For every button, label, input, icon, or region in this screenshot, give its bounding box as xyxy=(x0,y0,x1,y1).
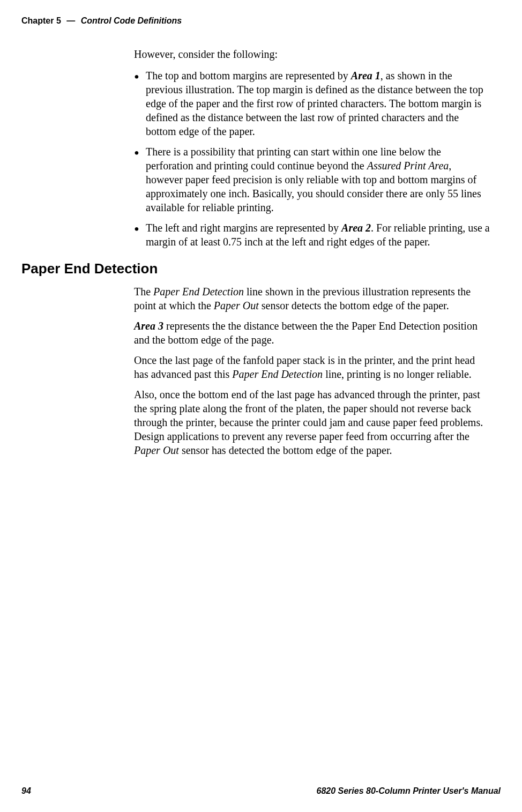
section-content: The Paper End Detection line shown in th… xyxy=(0,285,522,457)
bullet-text: The top and bottom margins are represent… xyxy=(146,69,490,138)
paper-out-label: Paper Out xyxy=(214,300,259,311)
paper-end-detection-label: Paper End Detection xyxy=(153,286,244,297)
bullet-item-1: • The top and bottom margins are represe… xyxy=(134,69,490,138)
bullet-marker: • xyxy=(134,69,146,138)
section-para-4: Also, once the bottom end of the last pa… xyxy=(134,388,490,457)
bullet-item-3: • The left and right margins are represe… xyxy=(134,221,490,249)
page-footer: 94 6820 Series 80-Column Printer User's … xyxy=(0,786,522,796)
main-content: However, consider the following: • The t… xyxy=(0,47,522,249)
header-dash: — xyxy=(66,16,75,25)
assured-print-area-label: Assured Print Area xyxy=(367,160,449,172)
area-1-label: Area 1 xyxy=(351,70,381,81)
section-para-3: Once the last page of the fanfold paper … xyxy=(134,353,490,381)
intro-paragraph: However, consider the following: xyxy=(134,47,490,61)
bullet-marker: • xyxy=(134,221,146,249)
area-3-label: Area 3 xyxy=(134,320,163,332)
section-para-1: The Paper End Detection line shown in th… xyxy=(134,285,490,312)
bullet-item-2: • There is a possibility that printing c… xyxy=(134,145,490,214)
paper-out-label-2: Paper Out xyxy=(134,444,179,456)
paper-end-detection-label-2: Paper End Detection xyxy=(232,368,323,380)
bullet-marker: • xyxy=(134,145,146,214)
area-2-label: Area 2 xyxy=(341,222,371,234)
header-title: Control Code Definitions xyxy=(81,16,182,25)
bullet-text: The left and right margins are represent… xyxy=(146,221,490,249)
chapter-number: Chapter 5 xyxy=(21,16,61,25)
page-header: Chapter 5 — Control Code Definitions xyxy=(0,0,522,47)
manual-title: 6820 Series 80-Column Printer User's Man… xyxy=(317,786,501,796)
page-number: 94 xyxy=(21,786,31,796)
section-heading-paper-end: Paper End Detection xyxy=(21,260,522,277)
section-para-2: Area 3 represents the the distance betwe… xyxy=(134,319,490,347)
bullet-text: There is a possibility that printing can… xyxy=(146,145,490,214)
